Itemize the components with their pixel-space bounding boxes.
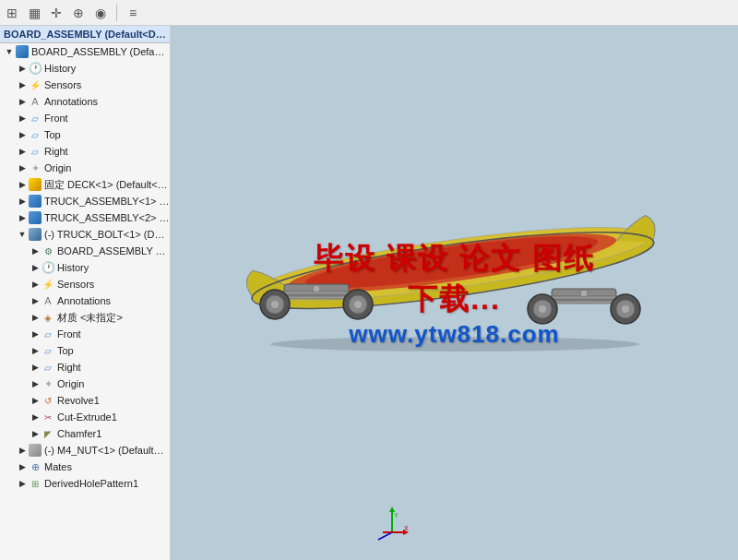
svg-point-20	[539, 305, 546, 313]
tree-item-history[interactable]: ▶🕐History	[0, 60, 170, 77]
tree-item-truckbolt[interactable]: ▼(-) TRUCK_BOLT<1> (Default<	[0, 226, 170, 243]
viewport[interactable]: 毕设 课设 论文 图纸 下载... www.ytw818.com Y X	[171, 26, 738, 560]
item-label-derived-hole: DerivedHolePattern1	[44, 478, 138, 489]
toolbar-icon-1[interactable]: ⊞	[4, 5, 20, 21]
tree-item-board-assembly-root[interactable]: ▼BOARD_ASSEMBLY (Default<Defa	[0, 43, 170, 60]
tree-item-sub-origin[interactable]: ▶✦Origin	[0, 375, 170, 392]
item-icon-cut-extrude1: ✂	[41, 410, 55, 424]
tree-item-deck[interactable]: ▶固定 DECK<1> (Default<<De	[0, 176, 170, 193]
tree-item-sub-top[interactable]: ▶▱Top	[0, 342, 170, 359]
tree-item-truck1[interactable]: ▶TRUCK_ASSEMBLY<1> (Defaul	[0, 193, 170, 209]
tree-item-origin[interactable]: ▶✦Origin	[0, 160, 170, 176]
item-icon-annotations: A	[28, 94, 42, 109]
tree-item-sensors[interactable]: ▶⚡Sensors	[0, 77, 170, 93]
item-icon-board-assembly-root	[15, 44, 30, 59]
item-label-chamfer1: Chamfer1	[57, 428, 101, 439]
expand-btn-sub-top[interactable]: ▶	[30, 345, 41, 356]
expand-btn-annotations[interactable]: ▶	[17, 96, 28, 107]
toolbar-icon-6[interactable]: ≡	[125, 5, 141, 21]
tree-item-sub-annotations[interactable]: ▶AAnnotations	[0, 292, 170, 309]
item-label-right: Right	[44, 146, 68, 157]
item-label-sub-front: Front	[57, 328, 81, 340]
expand-btn-truck1[interactable]: ▶	[17, 196, 28, 207]
tree-item-revolve1[interactable]: ▶↺Revolve1	[0, 392, 170, 409]
svg-point-10	[271, 301, 279, 308]
expand-btn-deck[interactable]: ▶	[17, 179, 28, 190]
expand-btn-sub-annotations[interactable]: ▶	[30, 295, 41, 306]
tree-item-top[interactable]: ▶▱Top	[0, 126, 170, 143]
icon-box-truck2	[29, 211, 42, 224]
item-icon-chamfer1: ◤	[41, 426, 55, 441]
tree-item-sub-material[interactable]: ▶◈材质 <未指定>	[0, 309, 170, 326]
expand-btn-m4nut[interactable]: ▶	[17, 445, 28, 456]
item-label-sub-material: 材质 <未指定>	[57, 311, 123, 325]
tree-item-right[interactable]: ▶▱Right	[0, 143, 170, 160]
icon-box-truck1	[29, 195, 42, 208]
item-label-revolve1: Revolve1	[57, 395, 100, 406]
expand-btn-chamfer1[interactable]: ▶	[30, 428, 41, 439]
item-label-board-assembly-root: BOARD_ASSEMBLY (Default<Defa	[31, 46, 170, 57]
expand-btn-top[interactable]: ▶	[17, 129, 28, 140]
expand-btn-revolve1[interactable]: ▶	[30, 395, 41, 406]
expand-btn-board-assembly-root[interactable]: ▼	[4, 46, 15, 57]
svg-point-24	[580, 290, 588, 297]
svg-line-30	[378, 532, 392, 540]
tree-item-sub-front[interactable]: ▶▱Front	[0, 326, 170, 342]
tree-item-cut-extrude1[interactable]: ▶✂Cut-Extrude1	[0, 409, 170, 425]
expand-btn-sub-material[interactable]: ▶	[30, 312, 41, 323]
icon-box-m4nut	[29, 444, 42, 457]
tree-item-annotations[interactable]: ▶AAnnotations	[0, 93, 170, 110]
item-label-truck1: TRUCK_ASSEMBLY<1> (Defaul	[44, 196, 170, 207]
tree-item-derived-hole[interactable]: ▶⊞DerivedHolePattern1	[0, 475, 170, 492]
svg-text:Y: Y	[394, 512, 399, 518]
expand-btn-truck2[interactable]: ▶	[17, 212, 28, 223]
tree-item-sub-history[interactable]: ▶🕐History	[0, 259, 170, 276]
toolbar-icon-3[interactable]: ✛	[48, 5, 65, 21]
expand-btn-truckbolt[interactable]: ▼	[17, 229, 28, 240]
expand-btn-sub-front[interactable]: ▶	[30, 328, 41, 340]
expand-btn-right[interactable]: ▶	[17, 146, 28, 157]
expand-btn-sub-config[interactable]: ▶	[30, 245, 41, 256]
expand-btn-sub-right[interactable]: ▶	[30, 362, 41, 373]
icon-box-deck	[29, 178, 42, 191]
svg-text:X: X	[404, 525, 409, 531]
tree-item-sub-right[interactable]: ▶▱Right	[0, 359, 170, 375]
item-icon-truck2	[28, 210, 42, 225]
toolbar-icon-4[interactable]: ⊕	[70, 5, 87, 21]
item-label-history: History	[44, 63, 76, 74]
expand-btn-sensors[interactable]: ▶	[17, 79, 28, 90]
toolbar-icon-5[interactable]: ◉	[92, 5, 109, 21]
item-icon-sub-material: ◈	[41, 310, 55, 325]
item-icon-sub-top: ▱	[41, 343, 55, 358]
expand-btn-mates[interactable]: ▶	[17, 461, 28, 472]
expand-btn-sub-sensors[interactable]: ▶	[30, 279, 41, 290]
expand-btn-sub-origin[interactable]: ▶	[30, 378, 41, 389]
item-icon-sensors: ⚡	[28, 77, 42, 92]
tree-item-front[interactable]: ▶▱Front	[0, 110, 170, 126]
item-label-sub-right: Right	[57, 362, 81, 373]
tree-item-sub-sensors[interactable]: ▶⚡Sensors	[0, 276, 170, 292]
expand-btn-sub-history[interactable]: ▶	[30, 262, 41, 273]
item-icon-sub-annotations: A	[41, 293, 55, 308]
expand-btn-origin[interactable]: ▶	[17, 162, 28, 173]
tree-item-m4nut[interactable]: ▶(-) M4_NUT<1> (Default<<De	[0, 442, 170, 459]
item-icon-sub-origin: ✦	[41, 376, 55, 391]
tree-item-chamfer1[interactable]: ▶◤Chamfer1	[0, 425, 170, 442]
skateboard-svg	[224, 192, 685, 376]
toolbar-icon-2[interactable]: ▦	[26, 5, 42, 21]
item-label-origin: Origin	[44, 162, 71, 173]
expand-btn-cut-extrude1[interactable]: ▶	[30, 411, 41, 423]
item-icon-right: ▱	[28, 144, 42, 159]
expand-btn-history[interactable]: ▶	[17, 63, 28, 74]
tree-item-mates[interactable]: ▶⊕Mates	[0, 459, 170, 475]
item-label-truckbolt: (-) TRUCK_BOLT<1> (Default<	[44, 229, 170, 240]
item-label-m4nut: (-) M4_NUT<1> (Default<<De	[44, 445, 170, 456]
item-icon-mates: ⊕	[28, 459, 42, 474]
expand-btn-front[interactable]: ▶	[17, 113, 28, 124]
item-label-deck: 固定 DECK<1> (Default<<De	[44, 178, 170, 192]
skateboard-model	[224, 192, 685, 376]
item-icon-derived-hole: ⊞	[28, 476, 42, 491]
expand-btn-derived-hole[interactable]: ▶	[17, 478, 28, 489]
tree-item-sub-config[interactable]: ▶⚙BOARD_ASSEMBLY 中的配合	[0, 243, 170, 259]
tree-item-truck2[interactable]: ▶TRUCK_ASSEMBLY<2> (Defaul	[0, 209, 170, 226]
